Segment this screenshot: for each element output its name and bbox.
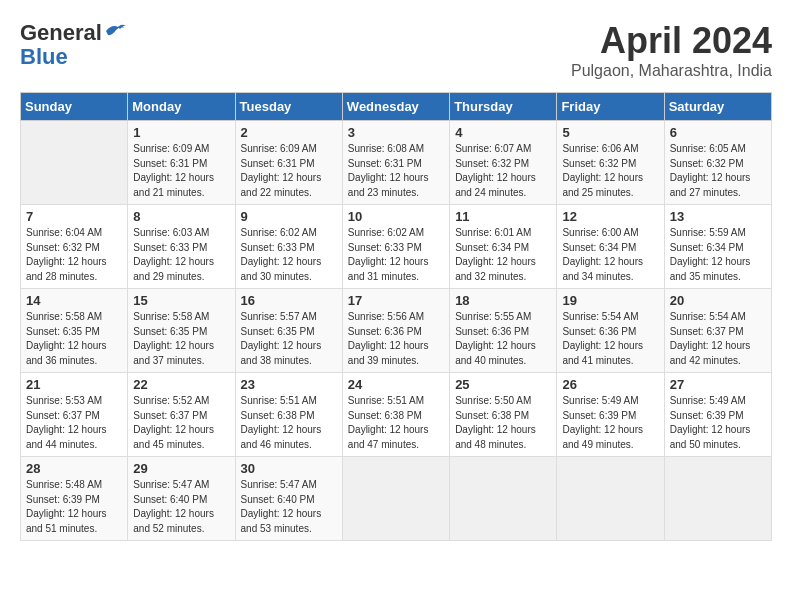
day-number: 17 — [348, 293, 444, 308]
day-cell: 8Sunrise: 6:03 AMSunset: 6:33 PMDaylight… — [128, 205, 235, 289]
day-cell — [450, 457, 557, 541]
logo-blue: Blue — [20, 44, 68, 70]
day-info: Sunrise: 5:53 AMSunset: 6:37 PMDaylight:… — [26, 394, 122, 452]
column-header-wednesday: Wednesday — [342, 93, 449, 121]
day-number: 21 — [26, 377, 122, 392]
day-info: Sunrise: 5:54 AMSunset: 6:36 PMDaylight:… — [562, 310, 658, 368]
day-cell: 13Sunrise: 5:59 AMSunset: 6:34 PMDayligh… — [664, 205, 771, 289]
day-number: 9 — [241, 209, 337, 224]
day-cell: 25Sunrise: 5:50 AMSunset: 6:38 PMDayligh… — [450, 373, 557, 457]
day-info: Sunrise: 6:08 AMSunset: 6:31 PMDaylight:… — [348, 142, 444, 200]
day-number: 6 — [670, 125, 766, 140]
week-row-1: 1Sunrise: 6:09 AMSunset: 6:31 PMDaylight… — [21, 121, 772, 205]
day-info: Sunrise: 5:56 AMSunset: 6:36 PMDaylight:… — [348, 310, 444, 368]
day-info: Sunrise: 5:50 AMSunset: 6:38 PMDaylight:… — [455, 394, 551, 452]
day-info: Sunrise: 5:59 AMSunset: 6:34 PMDaylight:… — [670, 226, 766, 284]
column-header-thursday: Thursday — [450, 93, 557, 121]
day-info: Sunrise: 5:48 AMSunset: 6:39 PMDaylight:… — [26, 478, 122, 536]
day-number: 14 — [26, 293, 122, 308]
day-cell — [557, 457, 664, 541]
day-number: 10 — [348, 209, 444, 224]
day-info: Sunrise: 6:02 AMSunset: 6:33 PMDaylight:… — [241, 226, 337, 284]
day-number: 4 — [455, 125, 551, 140]
day-number: 16 — [241, 293, 337, 308]
logo-bird-icon — [104, 22, 126, 40]
column-header-sunday: Sunday — [21, 93, 128, 121]
day-number: 23 — [241, 377, 337, 392]
day-info: Sunrise: 5:52 AMSunset: 6:37 PMDaylight:… — [133, 394, 229, 452]
location: Pulgaon, Maharashtra, India — [571, 62, 772, 80]
day-cell: 17Sunrise: 5:56 AMSunset: 6:36 PMDayligh… — [342, 289, 449, 373]
logo-general: General — [20, 20, 102, 46]
day-info: Sunrise: 6:03 AMSunset: 6:33 PMDaylight:… — [133, 226, 229, 284]
day-number: 18 — [455, 293, 551, 308]
day-number: 20 — [670, 293, 766, 308]
day-cell: 27Sunrise: 5:49 AMSunset: 6:39 PMDayligh… — [664, 373, 771, 457]
day-cell: 10Sunrise: 6:02 AMSunset: 6:33 PMDayligh… — [342, 205, 449, 289]
day-number: 2 — [241, 125, 337, 140]
day-info: Sunrise: 5:49 AMSunset: 6:39 PMDaylight:… — [562, 394, 658, 452]
column-header-tuesday: Tuesday — [235, 93, 342, 121]
day-cell: 24Sunrise: 5:51 AMSunset: 6:38 PMDayligh… — [342, 373, 449, 457]
day-info: Sunrise: 6:00 AMSunset: 6:34 PMDaylight:… — [562, 226, 658, 284]
day-cell: 21Sunrise: 5:53 AMSunset: 6:37 PMDayligh… — [21, 373, 128, 457]
day-cell — [664, 457, 771, 541]
day-number: 15 — [133, 293, 229, 308]
day-number: 12 — [562, 209, 658, 224]
day-cell: 29Sunrise: 5:47 AMSunset: 6:40 PMDayligh… — [128, 457, 235, 541]
day-info: Sunrise: 6:09 AMSunset: 6:31 PMDaylight:… — [241, 142, 337, 200]
day-info: Sunrise: 5:49 AMSunset: 6:39 PMDaylight:… — [670, 394, 766, 452]
day-cell — [21, 121, 128, 205]
week-row-4: 21Sunrise: 5:53 AMSunset: 6:37 PMDayligh… — [21, 373, 772, 457]
column-header-friday: Friday — [557, 93, 664, 121]
day-cell — [342, 457, 449, 541]
day-cell: 22Sunrise: 5:52 AMSunset: 6:37 PMDayligh… — [128, 373, 235, 457]
day-info: Sunrise: 6:02 AMSunset: 6:33 PMDaylight:… — [348, 226, 444, 284]
day-number: 1 — [133, 125, 229, 140]
day-info: Sunrise: 6:04 AMSunset: 6:32 PMDaylight:… — [26, 226, 122, 284]
week-row-5: 28Sunrise: 5:48 AMSunset: 6:39 PMDayligh… — [21, 457, 772, 541]
calendar-table: SundayMondayTuesdayWednesdayThursdayFrid… — [20, 92, 772, 541]
day-cell: 12Sunrise: 6:00 AMSunset: 6:34 PMDayligh… — [557, 205, 664, 289]
day-number: 28 — [26, 461, 122, 476]
week-row-2: 7Sunrise: 6:04 AMSunset: 6:32 PMDaylight… — [21, 205, 772, 289]
day-number: 13 — [670, 209, 766, 224]
day-cell: 18Sunrise: 5:55 AMSunset: 6:36 PMDayligh… — [450, 289, 557, 373]
day-cell: 11Sunrise: 6:01 AMSunset: 6:34 PMDayligh… — [450, 205, 557, 289]
day-info: Sunrise: 6:09 AMSunset: 6:31 PMDaylight:… — [133, 142, 229, 200]
day-info: Sunrise: 6:05 AMSunset: 6:32 PMDaylight:… — [670, 142, 766, 200]
day-cell: 1Sunrise: 6:09 AMSunset: 6:31 PMDaylight… — [128, 121, 235, 205]
day-cell: 14Sunrise: 5:58 AMSunset: 6:35 PMDayligh… — [21, 289, 128, 373]
day-cell: 2Sunrise: 6:09 AMSunset: 6:31 PMDaylight… — [235, 121, 342, 205]
day-info: Sunrise: 5:58 AMSunset: 6:35 PMDaylight:… — [26, 310, 122, 368]
day-cell: 5Sunrise: 6:06 AMSunset: 6:32 PMDaylight… — [557, 121, 664, 205]
day-cell: 20Sunrise: 5:54 AMSunset: 6:37 PMDayligh… — [664, 289, 771, 373]
day-number: 29 — [133, 461, 229, 476]
page-header: General Blue April 2024 Pulgaon, Maharas… — [20, 20, 772, 80]
day-info: Sunrise: 5:47 AMSunset: 6:40 PMDaylight:… — [133, 478, 229, 536]
day-number: 30 — [241, 461, 337, 476]
day-number: 8 — [133, 209, 229, 224]
title-block: April 2024 Pulgaon, Maharashtra, India — [571, 20, 772, 80]
day-number: 3 — [348, 125, 444, 140]
day-info: Sunrise: 5:58 AMSunset: 6:35 PMDaylight:… — [133, 310, 229, 368]
week-row-3: 14Sunrise: 5:58 AMSunset: 6:35 PMDayligh… — [21, 289, 772, 373]
day-cell: 9Sunrise: 6:02 AMSunset: 6:33 PMDaylight… — [235, 205, 342, 289]
day-cell: 26Sunrise: 5:49 AMSunset: 6:39 PMDayligh… — [557, 373, 664, 457]
day-number: 19 — [562, 293, 658, 308]
day-number: 5 — [562, 125, 658, 140]
day-info: Sunrise: 6:01 AMSunset: 6:34 PMDaylight:… — [455, 226, 551, 284]
day-info: Sunrise: 5:51 AMSunset: 6:38 PMDaylight:… — [348, 394, 444, 452]
day-cell: 3Sunrise: 6:08 AMSunset: 6:31 PMDaylight… — [342, 121, 449, 205]
calendar-header-row: SundayMondayTuesdayWednesdayThursdayFrid… — [21, 93, 772, 121]
day-info: Sunrise: 5:51 AMSunset: 6:38 PMDaylight:… — [241, 394, 337, 452]
day-number: 11 — [455, 209, 551, 224]
day-cell: 30Sunrise: 5:47 AMSunset: 6:40 PMDayligh… — [235, 457, 342, 541]
day-number: 26 — [562, 377, 658, 392]
day-number: 24 — [348, 377, 444, 392]
day-info: Sunrise: 6:07 AMSunset: 6:32 PMDaylight:… — [455, 142, 551, 200]
day-info: Sunrise: 5:55 AMSunset: 6:36 PMDaylight:… — [455, 310, 551, 368]
day-cell: 15Sunrise: 5:58 AMSunset: 6:35 PMDayligh… — [128, 289, 235, 373]
day-number: 22 — [133, 377, 229, 392]
day-number: 7 — [26, 209, 122, 224]
